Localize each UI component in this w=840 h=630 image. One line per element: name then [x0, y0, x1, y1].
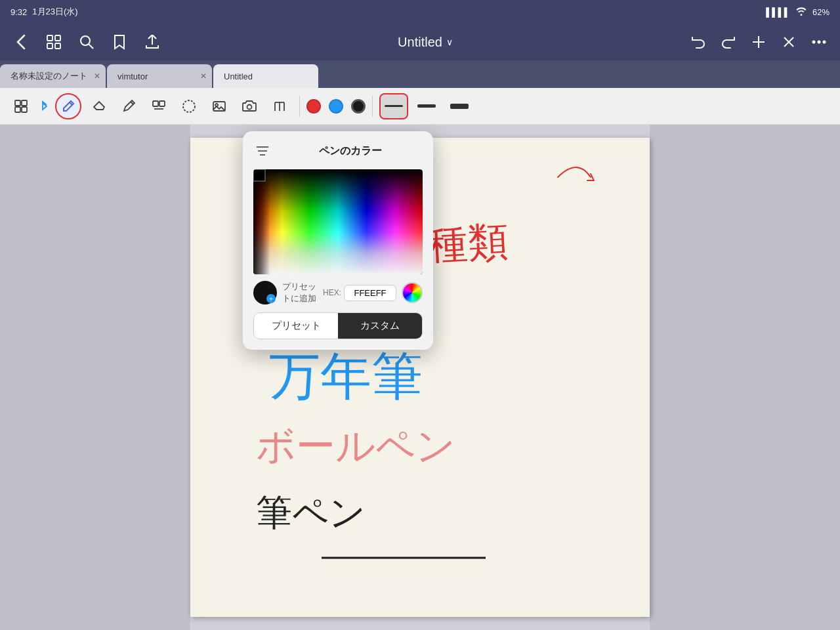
popup-header: ペンのカラー	[253, 142, 423, 160]
lasso-tool[interactable]	[8, 93, 34, 119]
color-preview[interactable]: +	[253, 281, 277, 304]
side-gray-left	[0, 125, 190, 630]
tab-label-2: Untitled	[224, 72, 253, 81]
status-bar: 9:32 1月23日(水) ▌▌▌▌ 62%	[0, 0, 840, 24]
tab-2[interactable]: Untitled	[213, 64, 318, 88]
color-grid[interactable]	[253, 169, 423, 274]
side-gray-right	[650, 125, 840, 630]
svg-text:ボールペン: ボールペン	[256, 425, 455, 468]
size-large[interactable]	[445, 93, 474, 119]
svg-point-25	[247, 104, 252, 109]
svg-point-22	[183, 100, 195, 112]
wifi-icon	[795, 7, 807, 18]
battery: 62%	[812, 7, 830, 17]
color-picker-canvas[interactable]	[253, 169, 423, 274]
bluetooth-icon	[38, 93, 51, 119]
popup-bottom: + プリセットに追加 HEX:	[253, 281, 423, 304]
svg-rect-19	[153, 101, 158, 106]
svg-point-10	[812, 41, 816, 44]
hex-input[interactable]	[344, 285, 396, 301]
bookmark-button[interactable]	[109, 32, 130, 52]
time: 9:32	[10, 7, 27, 17]
svg-rect-13	[15, 100, 20, 106]
svg-rect-2	[47, 43, 52, 49]
tab-preset[interactable]: プリセット	[254, 313, 338, 339]
stamp-tool[interactable]	[146, 93, 172, 119]
svg-point-11	[818, 41, 821, 44]
svg-rect-15	[15, 107, 20, 112]
svg-text:筆ペン: 筆ペン	[256, 493, 366, 533]
popup-title: ペンのカラー	[278, 144, 423, 158]
canvas-area: ペン先は3種類 万年筆 ボールペン 筆ペン	[0, 125, 840, 630]
popup-tabs: プリセット カスタム	[253, 312, 423, 339]
toolbar-separator-2	[372, 96, 373, 117]
tabs-bar: ✕ 名称未設定のノート ✕ vimtutor Untitled	[0, 60, 840, 88]
share-button[interactable]	[142, 32, 163, 52]
hex-label: HEX:	[323, 288, 341, 297]
pen-tool[interactable]	[55, 93, 81, 119]
title-bar: Untitled ∨	[0, 24, 840, 60]
back-button[interactable]	[10, 32, 32, 52]
more-button[interactable]	[808, 32, 830, 52]
tab-close-0[interactable]: ✕	[94, 72, 100, 81]
color-black[interactable]	[351, 99, 366, 114]
color-red[interactable]	[306, 99, 321, 114]
selection-tool[interactable]	[176, 93, 202, 119]
svg-rect-0	[47, 35, 52, 41]
grid-button[interactable]	[43, 32, 64, 52]
filter-icon[interactable]	[253, 142, 272, 160]
undo-button[interactable]	[688, 32, 709, 52]
tab-close-1[interactable]: ✕	[200, 72, 207, 81]
redo-button[interactable]	[718, 32, 739, 52]
tab-custom[interactable]: カスタム	[338, 313, 422, 339]
tab-0[interactable]: ✕ 名称未設定のノート	[0, 64, 106, 88]
pencil-tool[interactable]	[116, 93, 142, 119]
tab-label-0: 名称未設定のノート	[10, 70, 87, 82]
color-picker-popup: ペンのカラー + プリセットに追加 HEX: プリセット カスタム	[243, 131, 433, 350]
svg-text:万年筆: 万年筆	[269, 348, 423, 405]
svg-rect-16	[22, 107, 27, 112]
tab-label-1: vimtutor	[117, 72, 148, 81]
size-small[interactable]	[379, 93, 408, 119]
svg-rect-20	[159, 101, 165, 106]
image-insert-tool[interactable]	[206, 93, 232, 119]
color-wheel-button[interactable]	[402, 282, 423, 303]
add-preset-label[interactable]: プリセットに追加	[282, 281, 318, 304]
toolbar	[0, 88, 840, 125]
svg-rect-3	[55, 43, 60, 49]
camera-tool[interactable]	[236, 93, 262, 119]
svg-line-5	[89, 44, 93, 49]
close-button[interactable]	[778, 32, 799, 52]
svg-point-12	[823, 41, 826, 44]
svg-point-4	[81, 36, 90, 45]
date: 1月23日(水)	[32, 6, 77, 18]
search-button[interactable]	[76, 32, 97, 52]
toolbar-separator	[299, 96, 300, 117]
title-chevron[interactable]: ∨	[446, 37, 453, 47]
svg-rect-1	[55, 35, 60, 41]
add-preset-plus[interactable]: +	[266, 294, 276, 303]
hex-field: HEX:	[323, 285, 396, 301]
svg-rect-14	[22, 100, 27, 106]
size-medium[interactable]	[412, 93, 441, 119]
text-tool[interactable]	[266, 93, 293, 119]
color-blue[interactable]	[329, 99, 343, 114]
add-button[interactable]	[748, 32, 769, 52]
signal-icon: ▌▌▌▌	[766, 7, 790, 17]
eraser-tool[interactable]	[85, 93, 112, 119]
tab-1[interactable]: ✕ vimtutor	[107, 64, 212, 88]
document-title: Untitled	[398, 35, 442, 50]
